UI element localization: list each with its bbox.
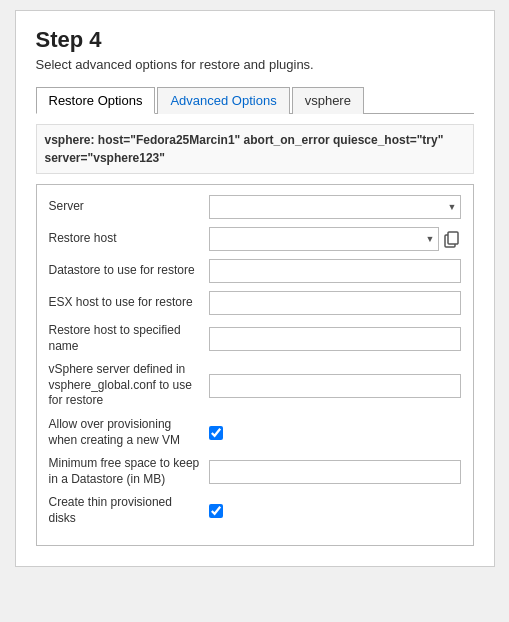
restore-hostname-input[interactable] (209, 327, 461, 351)
vsphere-global-control (209, 374, 461, 398)
server-label: Server (49, 199, 209, 215)
server-select[interactable] (209, 195, 461, 219)
server-control (209, 195, 461, 219)
copy-icon[interactable] (443, 230, 461, 248)
step-subtitle: Select advanced options for restore and … (36, 57, 474, 72)
datastore-input[interactable] (209, 259, 461, 283)
tab-restore-options[interactable]: Restore Options (36, 87, 156, 114)
tab-advanced-options[interactable]: Advanced Options (157, 87, 289, 114)
min-free-space-input[interactable] (209, 460, 461, 484)
restore-host-control (209, 227, 461, 251)
thin-provisioned-row: Create thin provisioned disks (49, 495, 461, 526)
server-row: Server (49, 195, 461, 219)
thin-provisioned-label: Create thin provisioned disks (49, 495, 209, 526)
datastore-control (209, 259, 461, 283)
main-card: Step 4 Select advanced options for resto… (15, 10, 495, 567)
datastore-row: Datastore to use for restore (49, 259, 461, 283)
restore-host-select-wrapper (209, 227, 439, 251)
allow-over-prov-label: Allow over provisioning when creating a … (49, 417, 209, 448)
datastore-label: Datastore to use for restore (49, 263, 209, 279)
form-area: Server Restore host (36, 184, 474, 546)
restore-host-select[interactable] (209, 227, 439, 251)
restore-hostname-row: Restore host to specified name (49, 323, 461, 354)
restore-host-label: Restore host (49, 231, 209, 247)
esx-host-input[interactable] (209, 291, 461, 315)
vsphere-global-input[interactable] (209, 374, 461, 398)
server-select-wrapper (209, 195, 461, 219)
thin-provisioned-control (209, 504, 223, 518)
min-free-space-control (209, 460, 461, 484)
esx-host-control (209, 291, 461, 315)
thin-provisioned-checkbox[interactable] (209, 504, 223, 518)
min-free-space-label: Minimum free space to keep in a Datastor… (49, 456, 209, 487)
vsphere-global-row: vSphere server defined in vsphere_global… (49, 362, 461, 409)
vsphere-global-label: vSphere server defined in vsphere_global… (49, 362, 209, 409)
min-free-space-row: Minimum free space to keep in a Datastor… (49, 456, 461, 487)
esx-host-row: ESX host to use for restore (49, 291, 461, 315)
allow-over-prov-row: Allow over provisioning when creating a … (49, 417, 461, 448)
restore-hostname-label: Restore host to specified name (49, 323, 209, 354)
allow-over-prov-checkbox[interactable] (209, 426, 223, 440)
allow-over-prov-control (209, 426, 223, 440)
restore-host-row: Restore host (49, 227, 461, 251)
step-title: Step 4 (36, 27, 474, 53)
esx-host-label: ESX host to use for restore (49, 295, 209, 311)
vsphere-info-text: vsphere: host="Fedora25Marcin1" abort_on… (36, 124, 474, 174)
restore-hostname-control (209, 327, 461, 351)
svg-rect-1 (448, 232, 458, 244)
tab-bar: Restore Options Advanced Options vsphere (36, 86, 474, 114)
tab-vsphere[interactable]: vsphere (292, 87, 364, 114)
